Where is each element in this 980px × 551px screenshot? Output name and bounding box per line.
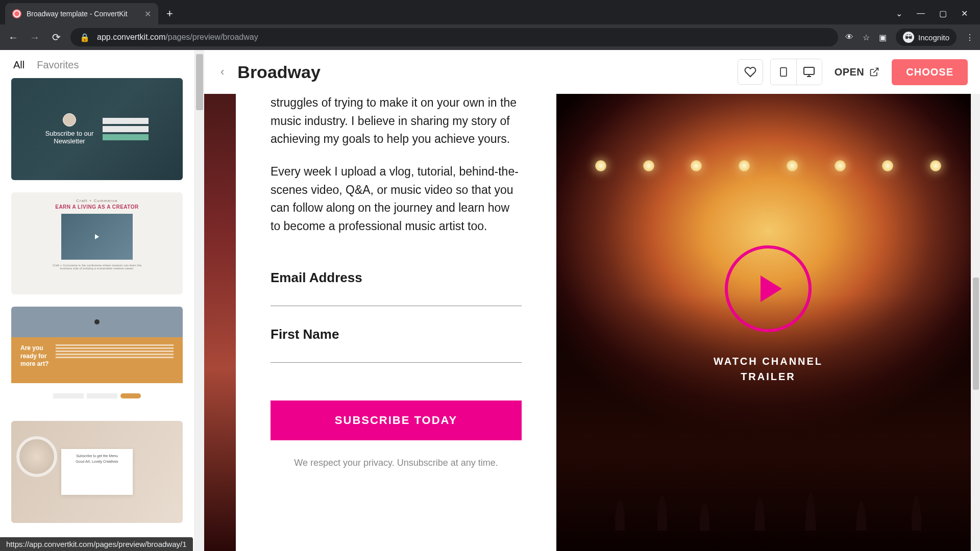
email-field[interactable]: [271, 291, 522, 306]
template-thumbnail[interactable]: Subscribe to our Newsletter: [11, 78, 183, 180]
tab-all[interactable]: All: [13, 59, 24, 71]
template-sidebar: All Favorites Subscribe to our Newslette…: [0, 50, 204, 551]
body-paragraph: Every week I upload a vlog, tutorial, be…: [271, 163, 522, 236]
first-name-field[interactable]: [271, 347, 522, 363]
template-title: Broadway: [237, 62, 321, 82]
main-panel: ‹ Broadway OPEN CHOOSE: [204, 50, 980, 551]
open-label: OPEN: [835, 66, 865, 78]
back-chevron-icon[interactable]: ‹: [216, 63, 228, 81]
body-paragraph: struggles of trying to make it on your o…: [271, 94, 522, 148]
preview-form-column: struggles of trying to make it on your o…: [236, 94, 556, 551]
forward-button[interactable]: →: [28, 32, 42, 43]
play-video-button[interactable]: [725, 245, 812, 332]
watch-trailer-label: WATCH CHANNELTRAILER: [714, 354, 823, 384]
external-link-icon: [869, 67, 879, 77]
preview-scrollbar[interactable]: [971, 94, 980, 551]
smartphone-icon: [778, 66, 789, 78]
chevron-down-icon[interactable]: ⌄: [896, 9, 902, 18]
sidebar-scrollbar[interactable]: [194, 50, 204, 551]
favorite-button[interactable]: [738, 59, 763, 85]
window-controls: ⌄ — ▢ ✕: [884, 9, 980, 24]
url-input[interactable]: 🔒 app.convertkit.com/pages/preview/broad…: [70, 28, 838, 46]
maximize-icon[interactable]: ▢: [939, 9, 947, 18]
browser-tab-strip: Broadway template - ConvertKit ✕ + ⌄ — ▢…: [0, 0, 980, 24]
open-button[interactable]: OPEN: [829, 66, 885, 78]
template-header: ‹ Broadway OPEN CHOOSE: [204, 50, 980, 94]
mobile-view-button[interactable]: [771, 59, 796, 85]
monitor-icon: [802, 66, 816, 78]
incognito-label: Incognito: [918, 33, 949, 42]
scrollbar-thumb[interactable]: [973, 278, 979, 390]
first-name-label: First Name: [271, 327, 522, 342]
svg-rect-0: [780, 68, 787, 77]
incognito-badge[interactable]: 🕶 Incognito: [896, 29, 957, 46]
new-tab-button[interactable]: +: [158, 7, 181, 24]
panel-icon[interactable]: ▣: [879, 33, 887, 42]
tab-title: Broadway template - ConvertKit: [27, 10, 139, 18]
eye-off-icon[interactable]: 👁: [845, 33, 853, 42]
back-button[interactable]: ←: [6, 32, 20, 43]
thumb-form-preview: [103, 118, 149, 140]
app-body: All Favorites Subscribe to our Newslette…: [0, 50, 980, 551]
email-label: Email Address: [271, 270, 522, 286]
lock-icon: 🔒: [80, 33, 90, 42]
browser-tab[interactable]: Broadway template - ConvertKit ✕: [5, 3, 158, 24]
choose-button[interactable]: CHOOSE: [892, 59, 968, 85]
minimize-icon[interactable]: —: [917, 9, 925, 18]
thumb-video-preview: [61, 214, 133, 260]
crowd-silhouette: [556, 295, 980, 551]
preview-video-column: WATCH CHANNELTRAILER: [556, 94, 980, 551]
preview-background-edge: [204, 94, 236, 551]
template-preview: struggles of trying to make it on your o…: [204, 94, 980, 551]
scrollbar-thumb[interactable]: [196, 54, 203, 110]
reload-button[interactable]: ⟳: [49, 31, 63, 43]
play-icon: [761, 276, 782, 302]
star-icon[interactable]: ☆: [863, 33, 870, 42]
heart-icon: [744, 66, 756, 78]
address-bar: ← → ⟳ 🔒 app.convertkit.com/pages/preview…: [0, 24, 980, 50]
privacy-text: We respect your privacy. Unsubscribe at …: [271, 458, 522, 468]
tab-favorites[interactable]: Favorites: [37, 59, 79, 71]
kebab-menu-icon[interactable]: ⋮: [966, 33, 974, 42]
template-thumbnail[interactable]: Are youready formore art?: [11, 307, 183, 409]
subscribe-button[interactable]: SUBSCRIBE TODAY: [271, 400, 522, 440]
close-icon[interactable]: ✕: [144, 9, 151, 19]
desktop-view-button[interactable]: [796, 59, 822, 85]
svg-rect-2: [804, 67, 814, 74]
thumb-text: Subscribe to our Newsletter: [45, 113, 94, 145]
status-bar: https://app.convertkit.com/pages/preview…: [0, 537, 193, 551]
template-thumbnail[interactable]: Craft + Commerce EARN A LIVING AS A CREA…: [11, 192, 183, 294]
tab-favicon: [12, 9, 21, 18]
template-thumbnail[interactable]: Subscribe to get the Menu Good Art, Love…: [11, 421, 183, 523]
url-text: app.convertkit.com/pages/preview/broadwa…: [97, 33, 258, 42]
incognito-icon: 🕶: [903, 32, 914, 43]
sidebar-tabs: All Favorites: [0, 50, 194, 78]
device-toggle: [770, 59, 822, 85]
close-window-icon[interactable]: ✕: [961, 9, 968, 18]
svg-line-5: [874, 68, 878, 73]
